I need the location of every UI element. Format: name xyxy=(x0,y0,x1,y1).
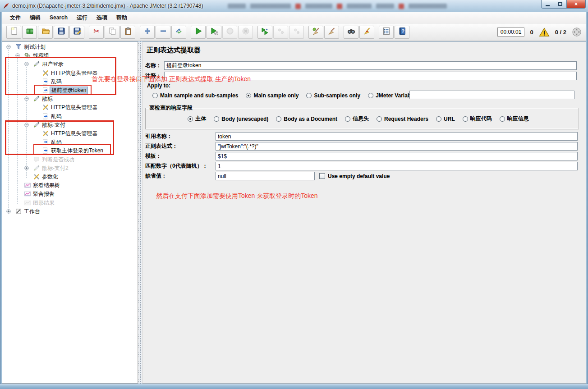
menu-item-3[interactable]: Search xyxy=(45,13,72,22)
save-as-icon xyxy=(73,27,82,37)
menu-item-4[interactable]: 运行 xyxy=(72,13,92,23)
response-field-group: 要检查的响应字段 主体Body (unescaped)Body as a Doc… xyxy=(145,104,579,129)
tree-node-label: 提前登录token xyxy=(50,87,88,94)
sampler-icon xyxy=(33,60,40,68)
tree-node-13[interactable]: 获取主体登录的Token xyxy=(2,146,138,155)
tree-node-label: HTTP信息头管理器 xyxy=(50,130,99,137)
tree-node-19[interactable]: 图形结果 xyxy=(2,199,138,207)
collapse-handle-icon[interactable] xyxy=(15,53,20,58)
save-button[interactable] xyxy=(54,26,69,39)
radio-label: Main sample and sub-samples xyxy=(160,92,238,99)
function-helper-button[interactable] xyxy=(379,26,394,39)
listener-icon xyxy=(24,190,31,197)
remote-start-all-button[interactable] xyxy=(257,26,272,39)
toggle-button[interactable] xyxy=(171,26,186,39)
radio-button-icon xyxy=(214,116,219,122)
tree-node-3[interactable]: 用户登录 xyxy=(2,60,138,69)
censored-item xyxy=(376,4,394,9)
search-button[interactable] xyxy=(344,26,358,39)
menu-item-5[interactable]: 选项 xyxy=(92,13,112,23)
window-frame-bottom xyxy=(0,384,588,389)
radio-button-icon xyxy=(188,116,193,122)
use-empty-default-checkbox[interactable] xyxy=(319,173,325,179)
start-no-timers-button[interactable] xyxy=(207,26,221,39)
tree-node-7[interactable]: 散标 xyxy=(2,95,138,103)
cut-button[interactable]: ✂ xyxy=(89,26,104,39)
field-input-2[interactable] xyxy=(216,142,578,151)
search-reset-button[interactable] xyxy=(359,26,374,39)
clear-all-button[interactable] xyxy=(324,26,339,39)
collapse-handle-icon[interactable] xyxy=(24,96,29,101)
response-field-option-3[interactable]: Body as a Document xyxy=(276,115,337,123)
name-input[interactable] xyxy=(164,61,577,70)
help-button[interactable]: ? xyxy=(395,26,409,39)
menu-item-2[interactable]: 编辑 xyxy=(25,13,45,23)
field-input-1[interactable] xyxy=(216,132,578,141)
start-button[interactable] xyxy=(191,26,206,39)
tree-node-10[interactable]: 散标-支付 xyxy=(2,121,138,129)
apply-to-option-2[interactable]: Main sample only xyxy=(246,92,299,99)
paste-button[interactable] xyxy=(120,26,135,39)
clear-button[interactable] xyxy=(308,26,323,39)
comment-input[interactable] xyxy=(164,72,577,80)
tree-node-6[interactable]: 提前登录token xyxy=(2,86,138,95)
tree-node-label: 乱码 xyxy=(50,138,63,146)
tree-node-8[interactable]: HTTP信息头管理器 xyxy=(2,103,138,112)
tree-node-17[interactable]: 察看结果树 xyxy=(2,181,138,190)
apply-to-option-4[interactable]: JMeter Variable xyxy=(368,92,415,99)
maximize-button[interactable] xyxy=(554,0,567,9)
field-input-3[interactable] xyxy=(216,152,578,160)
jmeter-variable-input[interactable] xyxy=(409,91,574,99)
shutdown-icon xyxy=(241,27,250,37)
warning-icon[interactable] xyxy=(539,27,550,37)
collapse-handle-icon[interactable] xyxy=(6,44,11,50)
response-field-option-2[interactable]: Body (unescaped) xyxy=(214,115,268,123)
tree-node-2[interactable]: 线程组 xyxy=(2,51,138,60)
tree-node-5[interactable]: 乱码 xyxy=(2,78,138,86)
response-field-option-8[interactable]: 响应信息 xyxy=(500,115,529,123)
minimize-button[interactable] xyxy=(541,0,554,9)
start-no-timers-icon xyxy=(210,27,219,37)
expand-handle-icon[interactable] xyxy=(6,209,11,214)
new-file-button[interactable] xyxy=(6,26,21,39)
tree-node-15[interactable]: 散标-支付2 xyxy=(2,164,138,173)
copy-button[interactable] xyxy=(105,26,119,39)
expand-handle-icon[interactable] xyxy=(24,165,29,171)
field-input-4[interactable] xyxy=(216,162,578,170)
censored-item xyxy=(409,4,447,9)
open-file-button[interactable] xyxy=(38,26,53,39)
comment-label: 注释： xyxy=(145,72,161,80)
apply-to-option-1[interactable]: Main sample and sub-samples xyxy=(152,92,238,99)
collapse-handle-icon[interactable] xyxy=(24,61,29,67)
response-field-option-7[interactable]: 响应代码 xyxy=(463,115,492,123)
tree-node-14[interactable]: 判断是否成功 xyxy=(2,156,138,164)
menu-item-1[interactable]: 文件 xyxy=(5,13,25,23)
tree-node-20[interactable]: 工作台 xyxy=(2,207,138,216)
collapse-handle-icon[interactable] xyxy=(24,122,29,128)
panel-splitter[interactable] xyxy=(138,41,142,384)
radio-label: URL xyxy=(444,116,455,122)
response-field-option-6[interactable]: URL xyxy=(436,115,455,123)
content-area: 测试计划线程组用户登录HTTP信息头管理器乱码提前登录token散标HTTP信息… xyxy=(2,41,586,384)
radio-button-icon xyxy=(152,93,158,98)
menu-item-6[interactable]: 帮助 xyxy=(112,13,132,23)
save-as-button[interactable] xyxy=(69,26,84,39)
response-field-option-5[interactable]: Request Headers xyxy=(377,115,428,123)
add-button[interactable] xyxy=(140,26,155,39)
censored-item xyxy=(228,4,246,9)
tree-node-4[interactable]: HTTP信息头管理器 xyxy=(2,69,138,78)
response-field-option-4[interactable]: 信息头 xyxy=(345,115,369,123)
tree-node-16[interactable]: 参数化 xyxy=(2,173,138,181)
tree-node-1[interactable]: 测试计划 xyxy=(2,43,138,51)
tree-node-18[interactable]: 聚合报告 xyxy=(2,190,138,198)
remote-shutdown-all-button xyxy=(289,26,304,39)
remove-button[interactable] xyxy=(156,26,170,39)
tree-node-9[interactable]: 乱码 xyxy=(2,112,138,121)
response-field-option-1[interactable]: 主体 xyxy=(188,115,206,123)
tree-node-12[interactable]: 乱码 xyxy=(2,138,138,146)
apply-to-option-3[interactable]: Sub-samples only xyxy=(306,92,360,99)
close-button[interactable]: × xyxy=(566,0,586,9)
templates-button[interactable] xyxy=(22,26,37,39)
tree-node-11[interactable]: HTTP信息头管理器 xyxy=(2,129,138,138)
field-input-5[interactable] xyxy=(216,172,315,180)
